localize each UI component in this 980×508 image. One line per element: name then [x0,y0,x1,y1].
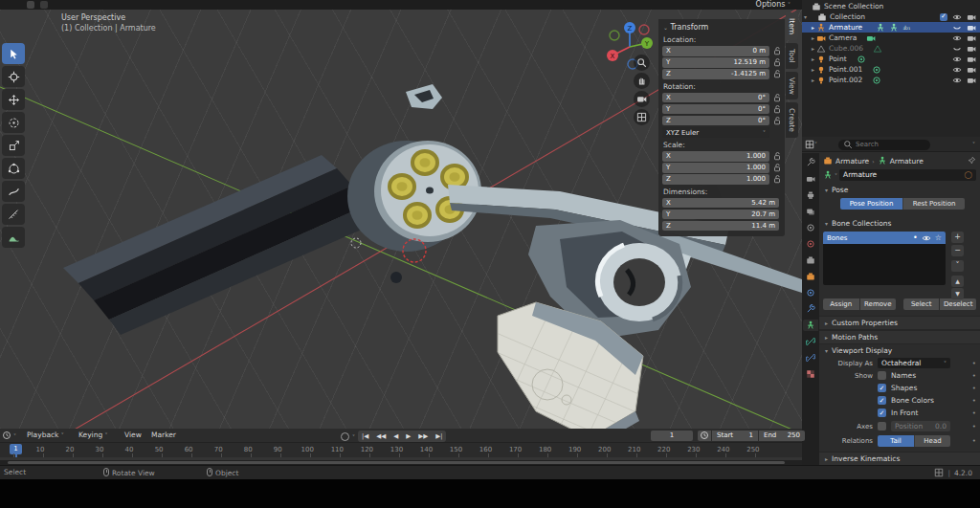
outliner-item-cube006[interactable]: ▸ Cube.006 [802,43,980,54]
menu-keying[interactable]: Keying ˅ [78,431,108,439]
outliner-collection[interactable]: ▾ Collection ✓ [802,11,980,22]
tool-select-box[interactable] [2,43,25,64]
properties-search[interactable] [838,140,930,150]
n-panel-tab-create[interactable]: Create [786,102,798,138]
outliner-item-point[interactable]: ▸ Point [802,54,980,64]
move-down-button[interactable]: ▼ [951,288,964,299]
animate-dot-icon[interactable]: • [972,409,976,417]
tab-texture[interactable] [803,368,818,380]
tab-bone-constraints[interactable] [803,352,818,364]
hide-eye-icon[interactable] [952,65,962,75]
start-frame-field[interactable]: Start1 [712,431,758,441]
pose-position-button[interactable]: Pose Position [840,198,902,210]
header-tool-icon[interactable] [40,1,48,9]
lock-icon[interactable] [772,46,782,55]
lock-icon[interactable] [772,69,782,78]
tool-rotate[interactable] [2,112,25,133]
outliner-scene-collection[interactable]: Scene Collection [802,1,980,11]
animate-dot-icon[interactable]: • [972,360,976,367]
play-button[interactable]: ▶ [402,431,414,442]
hide-eye-icon[interactable] [952,55,962,64]
scale-y-field[interactable]: Y1.000 [662,163,769,173]
browse-chevron-icon[interactable]: ˅ [835,172,837,179]
camera-view-icon[interactable] [634,91,650,107]
lock-icon[interactable] [772,116,782,125]
auto-key-icon[interactable] [341,432,349,441]
disclosure-icon[interactable]: ▸ [810,54,816,64]
header-mode-icon[interactable] [27,1,34,9]
disclosure-icon[interactable]: ▸ [810,43,816,54]
disclosure-icon[interactable]: ▸ [810,75,816,85]
tool-scale[interactable] [2,135,25,156]
rotation-mode-dropdown[interactable]: XYZ Euler˅ [662,127,769,138]
n-panel-tab-tool[interactable]: Tool [786,43,798,69]
location-z-field[interactable]: Z-1.4125 m [662,69,769,79]
lock-icon[interactable] [772,93,782,102]
search-input[interactable] [856,141,923,148]
fake-user-icon[interactable]: ◯ [965,169,972,181]
editor-type-icon[interactable]: ˅ [805,140,817,149]
disclosure-icon[interactable]: ▸ [810,33,816,43]
current-frame-field[interactable]: 1 [651,431,693,441]
filter-chevron-icon[interactable]: ˅ [972,141,975,147]
jump-to-end-button[interactable]: ▶| [432,431,446,442]
remove-collection-button[interactable]: − [951,245,964,256]
hide-eye-closed-icon[interactable] [952,44,962,54]
section-bone-collections[interactable]: ▾Bone Collections [819,217,980,230]
collection-checkbox[interactable]: ✓ [940,13,947,21]
menu-view[interactable]: View [124,431,142,439]
play-reverse-button[interactable]: ◀ [390,431,402,442]
tool-transform[interactable] [2,158,25,179]
tab-collection[interactable] [803,254,818,266]
in-front-checkbox[interactable]: ✓ [878,409,886,417]
rotation-x-field[interactable]: X0° [662,93,769,103]
section-motion-paths[interactable]: ▸Motion Paths [819,330,980,344]
disable-render-icon[interactable] [967,65,976,75]
assign-button[interactable]: Assign [823,298,859,310]
outliner-item-armature[interactable]: ▸ Armature Ⅎ₂₁ [802,22,980,33]
tab-render[interactable] [803,173,818,185]
n-panel-tab-view[interactable]: View [786,72,798,100]
scale-z-field[interactable]: Z1.000 [662,174,769,185]
remove-button[interactable]: Remove [860,298,897,310]
rotation-z-field[interactable]: Z0° [662,116,769,126]
tab-object[interactable] [803,271,818,282]
tab-constraints[interactable] [803,303,818,315]
specials-menu-button[interactable]: ˅ [951,260,964,272]
tool-move[interactable] [2,89,25,110]
breadcrumb-data[interactable]: Armature [890,157,924,166]
bone-colors-checkbox[interactable]: ✓ [878,396,886,405]
disable-render-icon[interactable] [967,76,976,85]
disable-render-icon[interactable] [967,33,976,43]
next-keyframe-button[interactable]: ▶▶ [414,431,432,442]
tool-annotate[interactable] [2,181,25,202]
section-viewport-display[interactable]: ▾Viewport Display [819,344,980,357]
outliner-item-camera[interactable]: ▸ Camera [802,33,980,43]
names-checkbox[interactable]: ✓ [878,371,886,380]
relations-head-button[interactable]: Head [914,435,950,447]
disable-render-icon[interactable] [967,23,976,33]
shapes-checkbox[interactable]: ✓ [878,384,886,392]
dimensions-z-field[interactable]: Z11.4 m [662,221,779,232]
options-button[interactable]: Options ˅ [756,0,791,9]
zoom-icon[interactable] [634,55,650,71]
n-panel-tab-item[interactable]: Item [786,12,798,40]
tab-world[interactable] [803,238,818,250]
menu-marker[interactable]: Marker [151,431,176,439]
move-up-button[interactable]: ▲ [951,276,964,287]
tab-physics[interactable] [803,287,818,298]
disclosure-icon[interactable]: ▸ [810,64,816,75]
tool-cursor[interactable] [2,66,25,87]
visibility-eye-icon[interactable] [922,233,931,243]
tool-add-primitive[interactable] [2,227,25,248]
tab-output[interactable] [803,189,818,201]
outliner-item-point001[interactable]: ▸ Point.001 [802,64,980,75]
section-inverse-kinematics[interactable]: ▸Inverse Kinematics [819,452,980,465]
axes-position-slider[interactable]: Position0.0 [891,421,950,431]
rest-position-button[interactable]: Rest Position [902,198,965,210]
end-frame-field[interactable]: End250 [759,431,805,441]
animate-dot-icon[interactable]: • [972,385,976,392]
3d-viewport[interactable]: User Perspective (1) Collection | Armatu… [0,10,802,429]
pan-hand-icon[interactable] [634,73,650,89]
jump-to-start-button[interactable]: |◀ [358,431,372,442]
